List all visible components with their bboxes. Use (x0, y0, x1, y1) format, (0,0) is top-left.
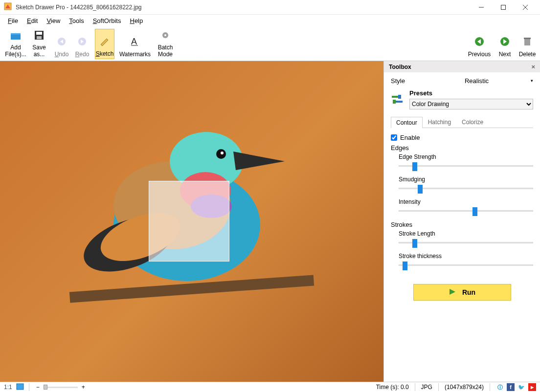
stroke-length-slider[interactable] (399, 239, 533, 246)
undo-label: Undo (55, 51, 69, 58)
tab-colorize[interactable]: Colorize (456, 116, 489, 128)
toolbox-title: Toolbox (389, 64, 411, 70)
svg-rect-31 (398, 95, 401, 99)
sketch-button[interactable]: Sketch (95, 29, 114, 59)
previous-button[interactable]: Previous (467, 29, 492, 59)
stroke-thickness-slider[interactable] (399, 261, 533, 268)
presets-label: Presets (409, 89, 533, 97)
info-icon[interactable]: ⓘ (496, 383, 504, 391)
save-as-button[interactable]: Save as... (29, 29, 49, 59)
next-label: Next (499, 51, 511, 58)
stroke-thickness-param: Stroke thickness (399, 253, 533, 268)
menu-tools[interactable]: Tools (65, 16, 88, 26)
gear-icon (160, 30, 170, 42)
minimize-button[interactable] (470, 0, 492, 15)
maximize-button[interactable] (492, 0, 514, 15)
menu-view[interactable]: View (43, 16, 64, 26)
svg-rect-7 (36, 32, 42, 35)
svg-rect-2 (501, 5, 505, 9)
chevron-down-icon: ▾ (531, 78, 533, 83)
floppy-icon (34, 30, 44, 42)
svg-rect-5 (11, 33, 21, 35)
run-button[interactable]: Run (413, 284, 511, 301)
watermarks-button[interactable]: A Watermarks (117, 29, 153, 59)
zoom-out-button[interactable]: − (34, 384, 42, 391)
fit-screen-icon[interactable] (16, 383, 24, 392)
app-icon (4, 2, 16, 12)
twitter-icon[interactable]: 🐦 (518, 383, 525, 391)
status-format: JPG (421, 384, 432, 391)
presets-icon (391, 93, 405, 107)
close-button[interactable] (514, 0, 536, 15)
status-time: Time (s): 0.0 (376, 384, 409, 391)
tab-contour[interactable]: Contour (391, 117, 423, 128)
smudging-param: Smudging (399, 176, 533, 192)
svg-rect-32 (393, 100, 396, 104)
previous-label: Previous (468, 51, 491, 58)
delete-label: Delete (519, 51, 536, 58)
enable-label: Enable (400, 134, 420, 141)
youtube-icon[interactable]: ▶ (528, 383, 536, 391)
run-label: Run (462, 288, 475, 296)
facebook-icon[interactable]: f (507, 383, 515, 391)
zoom-ratio-button[interactable]: 1:1 (2, 384, 14, 391)
style-dropdown[interactable]: Realistic ▾ (420, 77, 533, 85)
arrow-right-icon (500, 37, 510, 48)
smudging-slider[interactable] (399, 185, 533, 192)
svg-rect-18 (524, 38, 531, 39)
toolbox-panel: Toolbox × Style Realistic ▾ Presets Colo… (383, 61, 540, 382)
intensity-label: Intensity (399, 198, 533, 205)
style-label: Style (391, 77, 420, 85)
svg-rect-8 (37, 36, 42, 39)
arrow-left-icon (474, 37, 484, 48)
enable-input[interactable] (391, 134, 397, 141)
stroke-length-param: Stroke Length (399, 230, 533, 246)
toolbox-close-icon[interactable]: × (531, 63, 535, 70)
edge-strength-slider[interactable] (399, 162, 533, 169)
tab-hatching[interactable]: Hatching (423, 116, 456, 128)
enable-checkbox[interactable]: Enable (391, 134, 533, 141)
zoom-in-button[interactable]: + (80, 384, 87, 391)
status-dimensions: (1047x879x24) (445, 384, 484, 391)
toolbox-tabs: Contour Hatching Colorize (391, 116, 533, 128)
menu-softorbits[interactable]: SoftOrbits (89, 16, 125, 26)
redo-icon (77, 37, 87, 48)
watermarks-label: Watermarks (119, 51, 151, 58)
next-button[interactable]: Next (495, 29, 515, 59)
svg-rect-17 (524, 39, 530, 45)
svg-point-14 (164, 34, 166, 36)
intensity-slider[interactable] (399, 207, 533, 214)
window-title: Sketch Drawer Pro - 1442285_80661628222.… (16, 4, 470, 11)
presets-select[interactable]: Color Drawing (409, 99, 533, 109)
menu-file[interactable]: File (4, 16, 22, 26)
redo-button[interactable]: Redo (72, 29, 92, 59)
menu-edit[interactable]: Edit (23, 16, 42, 26)
edges-group-label: Edges (391, 144, 533, 152)
style-value: Realistic (465, 77, 489, 85)
trash-icon (523, 37, 532, 48)
delete-button[interactable]: Delete (518, 29, 537, 59)
workarea: Toolbox × Style Realistic ▾ Presets Colo… (0, 61, 540, 382)
undo-button[interactable]: Undo (52, 29, 71, 59)
presets-row: Presets Color Drawing (391, 89, 533, 109)
smudging-label: Smudging (399, 176, 533, 183)
sketch-label: Sketch (96, 51, 114, 58)
zoom-slider[interactable] (44, 385, 78, 389)
svg-point-25 (221, 152, 224, 154)
batch-mode-label: Batch Mode (157, 44, 174, 58)
svg-text:A: A (131, 37, 137, 46)
toolbar: Add File(s)... Save as... Undo Redo Sket… (0, 27, 540, 61)
redo-label: Redo (75, 51, 90, 58)
add-files-label: Add File(s)... (4, 44, 27, 58)
menu-help[interactable]: Help (126, 16, 147, 26)
stroke-length-label: Stroke Length (399, 230, 533, 237)
image-canvas[interactable] (0, 61, 383, 382)
batch-mode-button[interactable]: Batch Mode (156, 29, 175, 59)
sketch-preview-rect[interactable] (149, 181, 229, 261)
add-files-button[interactable]: Add File(s)... (3, 29, 28, 59)
svg-rect-33 (17, 384, 23, 390)
menubar: File Edit View Tools SoftOrbits Help (0, 15, 540, 27)
style-row: Style Realistic ▾ (391, 77, 533, 85)
watermark-icon: A (130, 37, 140, 48)
edge-strength-label: Edge Strength (399, 153, 533, 160)
